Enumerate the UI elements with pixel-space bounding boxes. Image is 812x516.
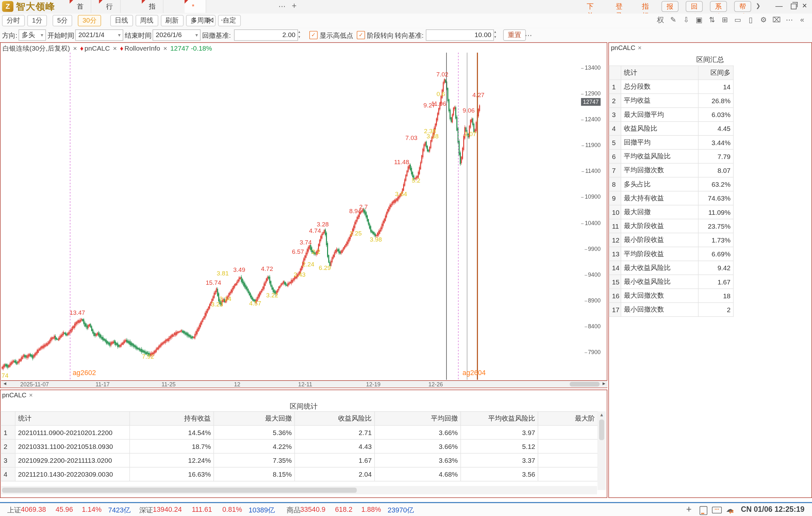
menu-button-2[interactable]: 回放 bbox=[686, 1, 703, 12]
swing-label: 4.74 bbox=[309, 227, 321, 234]
column-header[interactable]: 最大阶 bbox=[538, 411, 598, 425]
close-icon[interactable]: × bbox=[73, 45, 77, 52]
period-30分[interactable]: 30分 bbox=[78, 15, 102, 26]
table-row[interactable]: 7平均回撤次数8.07 bbox=[609, 163, 733, 177]
period-周线[interactable]: 周线 bbox=[135, 15, 158, 26]
table-row[interactable]: 13平均阶段收益6.69% bbox=[609, 247, 733, 261]
drawdown-spinner[interactable]: ▴▾ bbox=[296, 29, 302, 40]
new-tab-button[interactable]: + bbox=[292, 1, 297, 10]
direction-select[interactable]: 多头▾ bbox=[19, 29, 46, 40]
stage-turn-checkbox[interactable]: ✓ bbox=[357, 31, 365, 39]
close-button[interactable]: × bbox=[802, 1, 807, 10]
column-header[interactable]: 平均收益风险比 bbox=[461, 411, 538, 425]
turn-base-input[interactable]: 10.00 bbox=[426, 29, 494, 40]
tab-1[interactable]: 首页 bbox=[69, 0, 91, 13]
table-row[interactable]: 8多头占比63.2% bbox=[609, 178, 733, 191]
scroll-right-icon[interactable]: ► bbox=[602, 381, 606, 386]
edit-icon[interactable]: ✎ bbox=[668, 16, 679, 24]
start-date-select[interactable]: 2021/1/4▾ bbox=[76, 29, 123, 40]
column-header[interactable]: 收益风险比 bbox=[294, 411, 374, 425]
period-分时[interactable]: 分时 bbox=[2, 15, 25, 26]
tab-4[interactable]: *趋势收益与回撤统计× bbox=[185, 0, 206, 13]
stat-name: 最大持有收益 bbox=[621, 191, 698, 205]
add-chart-icon[interactable]: ⊞ bbox=[719, 16, 730, 24]
table-row[interactable]: 16最大回撤次数18 bbox=[609, 289, 733, 302]
time-axis[interactable]: ◄ ► 2025-11-0711-1711-251212-1112-1912-2… bbox=[1, 380, 607, 387]
unlink-icon[interactable]: ⋈ bbox=[206, 16, 214, 25]
summary-tab[interactable]: pnCALC× bbox=[611, 45, 642, 52]
horizontal-scrollbar[interactable] bbox=[1, 486, 597, 494]
scrollthumb[interactable] bbox=[599, 419, 604, 440]
table-row[interactable]: 14最大收益风险比9.42 bbox=[609, 261, 733, 275]
table-row[interactable]: 2平均收益26.8% bbox=[609, 93, 733, 107]
close-icon[interactable]: × bbox=[113, 45, 117, 52]
collapse-icon[interactable]: « bbox=[796, 16, 808, 24]
download-icon[interactable]: ⇩ bbox=[680, 16, 692, 24]
table-row[interactable]: 120210111.0900-20210201.220014.54%5.36%2… bbox=[1, 425, 598, 439]
hamburger-icon[interactable]: ≡ bbox=[192, 16, 196, 24]
table-row[interactable]: 1总分段数14 bbox=[609, 80, 733, 93]
interval-tab[interactable]: pnCALC× bbox=[2, 391, 33, 399]
close-icon[interactable]: × bbox=[163, 45, 167, 52]
tab-2[interactable]: 行情报价 bbox=[99, 0, 120, 13]
plus-icon[interactable]: + bbox=[686, 504, 692, 515]
tab-overflow-icon[interactable]: ⋯ bbox=[279, 2, 286, 10]
settings-more-icon[interactable]: ⋯ bbox=[525, 31, 532, 39]
table-row[interactable]: 220210331.1100-20210518.093018.7%4.22%4.… bbox=[1, 439, 598, 453]
drawdown-base-input[interactable]: 2.00 bbox=[234, 29, 298, 40]
snapshot-icon[interactable]: ▣ bbox=[693, 16, 705, 24]
close-icon[interactable]: × bbox=[29, 391, 33, 399]
close-box-icon[interactable]: ⌧ bbox=[771, 16, 782, 24]
menu-button-1[interactable]: 报价 bbox=[662, 1, 678, 12]
minimize-button[interactable]: — bbox=[775, 2, 782, 10]
table-row[interactable]: 420211210.1430-20220309.003016.63%8.15%2… bbox=[1, 467, 598, 481]
tab-3[interactable]: 指标管理 bbox=[142, 0, 163, 13]
menu-expand-icon[interactable]: ❯ bbox=[756, 3, 761, 9]
time-axis-scrollthumb[interactable] bbox=[570, 382, 600, 386]
chart-panel[interactable]: 白银连续(30分,后复权)×♦pnCALC×♦RolloverInfo×1274… bbox=[0, 42, 607, 388]
maximize-button[interactable] bbox=[791, 4, 796, 9]
table-row[interactable]: 320210929.2200-20211113.020012.24%7.35%1… bbox=[1, 454, 598, 467]
scroll-up-icon[interactable]: ▲ bbox=[598, 412, 606, 417]
column-header[interactable]: 平均回撤 bbox=[374, 411, 460, 425]
table-row[interactable]: 9最大持有收益74.63% bbox=[609, 191, 733, 205]
message-icon[interactable]: ⋯ bbox=[712, 507, 722, 513]
close-icon[interactable]: × bbox=[638, 45, 642, 52]
scrollthumb[interactable] bbox=[2, 488, 357, 493]
period-日线[interactable]: 日线 bbox=[110, 15, 133, 26]
menu-button-4[interactable]: 帮助 bbox=[734, 1, 751, 12]
table-row[interactable]: 5回撤平均3.44% bbox=[609, 135, 733, 149]
trash-icon[interactable]: ▯ bbox=[745, 16, 756, 24]
more-icon[interactable]: ⋯ bbox=[784, 16, 795, 24]
column-header[interactable]: 最大回撤 bbox=[214, 411, 294, 425]
sliders-icon[interactable]: ⇅ bbox=[706, 16, 718, 24]
show-highlow-checkbox[interactable]: ✓ bbox=[309, 31, 318, 39]
table-row[interactable]: 11最大阶段收益23.75% bbox=[609, 219, 733, 233]
table-row[interactable]: 6平均收益风险比7.79 bbox=[609, 149, 733, 163]
table-row[interactable]: 10最大回撤11.09% bbox=[609, 205, 733, 219]
rights-icon[interactable]: 权 bbox=[655, 16, 666, 25]
column-header[interactable]: 持有收益 bbox=[129, 411, 214, 425]
layout-icon[interactable]: ▭ bbox=[732, 16, 743, 24]
period-1分[interactable]: 1分 bbox=[27, 15, 47, 26]
period-5分[interactable]: 5分 bbox=[53, 15, 72, 26]
table-row[interactable]: 12最小阶段收益1.73% bbox=[609, 233, 733, 247]
vertical-scrollbar[interactable]: ▲ bbox=[598, 411, 606, 490]
candlestick-chart[interactable] bbox=[1, 43, 607, 388]
reset-button[interactable]: 重置 bbox=[503, 29, 526, 40]
end-date-select[interactable]: 2026/1/6▾ bbox=[153, 29, 201, 40]
swing-label: 4.27 bbox=[472, 91, 484, 98]
turn-spinner[interactable]: ▴▾ bbox=[492, 29, 498, 40]
table-row[interactable]: 4收益风险比4.45 bbox=[609, 121, 733, 135]
table-row[interactable]: 17最小回撤次数2 bbox=[609, 302, 733, 316]
scroll-left-icon[interactable]: ◄ bbox=[3, 381, 7, 386]
indicator-diamond-icon: ♦ bbox=[120, 45, 123, 52]
table-row[interactable]: 3最大回撤平均6.03% bbox=[609, 108, 733, 121]
toolbar-more-icon[interactable]: ⋯ bbox=[221, 16, 228, 25]
menu-button-3[interactable]: 系统 bbox=[710, 1, 727, 12]
gear-icon[interactable]: ⚙ bbox=[758, 16, 769, 24]
device-icon[interactable] bbox=[700, 506, 707, 515]
column-header[interactable]: 统计 bbox=[15, 411, 129, 425]
table-row[interactable]: 15最小收益风险比1.67 bbox=[609, 275, 733, 289]
period-刷新[interactable]: 刷新 bbox=[161, 15, 183, 26]
